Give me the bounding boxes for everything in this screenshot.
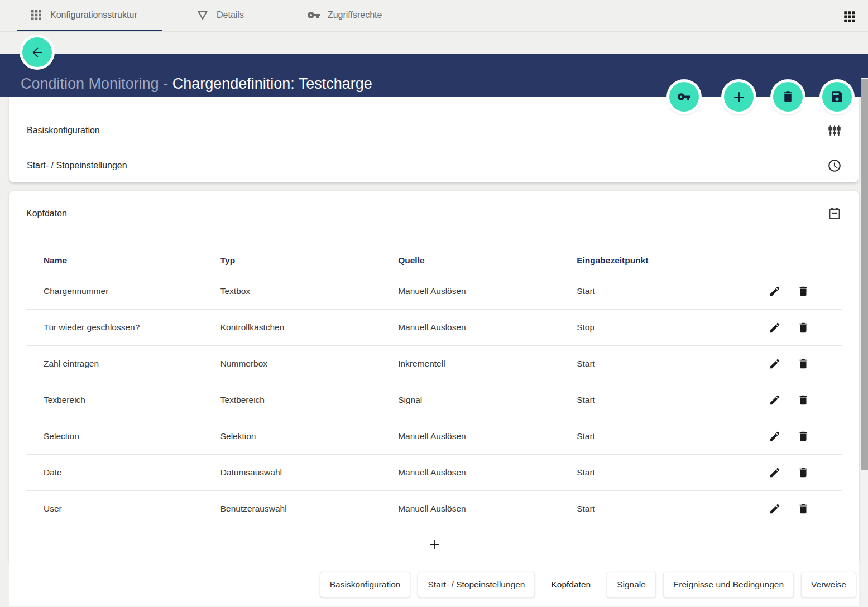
cell-eingabezeitpunkt: Start bbox=[577, 273, 744, 310]
tab-details[interactable]: Details bbox=[183, 0, 261, 31]
section-basiskonfiguration[interactable]: Basiskonfiguration bbox=[9, 113, 859, 148]
cell-quelle: Manuell Auslösen bbox=[398, 310, 577, 346]
delete-row-button[interactable] bbox=[797, 285, 809, 297]
cell-quelle: Manuell Auslösen bbox=[398, 418, 577, 455]
edit-row-button[interactable] bbox=[769, 503, 781, 515]
cell-typ: Datumsauswahl bbox=[220, 455, 398, 491]
trash-icon bbox=[797, 503, 809, 515]
arrow-left-icon bbox=[30, 45, 45, 60]
cell-name: Zahl eintragen bbox=[26, 346, 220, 382]
cell-quelle: Inkrementell bbox=[398, 346, 577, 382]
delete-row-button[interactable] bbox=[797, 466, 809, 479]
cell-name: Date bbox=[26, 455, 220, 491]
edit-row-button[interactable] bbox=[769, 466, 781, 479]
tab-label: Zugriffsrechte bbox=[328, 10, 382, 20]
column-header-actions bbox=[744, 250, 842, 273]
page-header: Condition Monitoring - Chargendefinition… bbox=[0, 54, 868, 97]
pencil-icon bbox=[769, 430, 781, 442]
cell-name: Chargennummer bbox=[26, 273, 220, 310]
delete-row-button[interactable] bbox=[797, 503, 809, 515]
tab-konfigurationsstruktur[interactable]: Konfigurationsstruktur bbox=[17, 0, 162, 31]
page-title-main: Chargendefinition: Testcharge bbox=[172, 75, 372, 92]
column-header-eingabezeitpunkt: Eingabezeitpunkt bbox=[577, 250, 744, 273]
footer-item-signale[interactable]: Signale bbox=[607, 572, 656, 598]
footer-item-kopfdaten-current[interactable]: Kopfdaten bbox=[542, 572, 600, 597]
delete-row-button[interactable] bbox=[797, 430, 809, 442]
footer-item-ereignisse-und-bedingungen[interactable]: Ereignisse und Bedingungen bbox=[663, 572, 794, 598]
table-row[interactable]: Selection Selektion Manuell Auslösen Sta… bbox=[26, 418, 842, 455]
trash-icon bbox=[797, 394, 809, 406]
tune-icon bbox=[827, 123, 842, 138]
tab-zugriffsrechte[interactable]: Zugriffsrechte bbox=[294, 0, 399, 31]
footer-item-start-stopeinstellungen[interactable]: Start- / Stopeinstellungen bbox=[418, 572, 535, 598]
cell-name: Tür wieder geschlossen? bbox=[26, 310, 220, 346]
column-header-typ: Typ bbox=[220, 250, 398, 273]
page-title-prefix: Condition Monitoring - bbox=[21, 75, 172, 92]
edit-row-button[interactable] bbox=[769, 430, 781, 442]
cell-name: Texbereich bbox=[26, 382, 220, 418]
pencil-icon bbox=[769, 285, 781, 297]
cell-eingabezeitpunkt: Start bbox=[577, 382, 744, 418]
plus-icon bbox=[428, 538, 442, 551]
delete-row-button[interactable] bbox=[797, 321, 809, 334]
section-start-stopeinstellungen[interactable]: Start- / Stopeinstellungen bbox=[9, 148, 859, 182]
table-row[interactable]: Texbereich Textbereich Signal Start bbox=[26, 382, 842, 418]
edit-row-button[interactable] bbox=[769, 285, 781, 297]
trash-icon bbox=[797, 430, 809, 442]
scrollbar-thumb[interactable] bbox=[861, 79, 868, 470]
edit-row-button[interactable] bbox=[769, 358, 781, 370]
cell-eingabezeitpunkt: Start bbox=[577, 418, 744, 455]
cell-eingabezeitpunkt: Start bbox=[577, 346, 744, 382]
delete-row-button[interactable] bbox=[797, 394, 809, 406]
edit-row-button[interactable] bbox=[769, 394, 781, 406]
table-row[interactable]: Date Datumsauswahl Manuell Auslösen Star… bbox=[26, 455, 842, 491]
trash-icon bbox=[797, 321, 809, 334]
clock-icon bbox=[827, 158, 842, 173]
cell-typ: Nummerbox bbox=[220, 346, 398, 382]
pencil-icon bbox=[769, 394, 781, 406]
add-row[interactable] bbox=[26, 527, 842, 561]
table-row[interactable]: User Benutzerauswahl Manuell Auslösen St… bbox=[26, 491, 842, 527]
tab-label: Details bbox=[217, 10, 244, 20]
delete-row-button[interactable] bbox=[797, 358, 809, 370]
kopfdaten-title: Kopfdaten bbox=[26, 209, 67, 219]
key-icon bbox=[307, 8, 320, 22]
cell-eingabezeitpunkt: Start bbox=[577, 455, 744, 491]
funnel-icon bbox=[196, 8, 209, 22]
footer-item-verweise[interactable]: Verweise bbox=[801, 572, 856, 598]
save-button[interactable] bbox=[822, 82, 852, 112]
bottom-nav-bar: Basiskonfiguration Start- / Stopeinstell… bbox=[9, 562, 859, 606]
pencil-icon bbox=[769, 321, 781, 334]
pencil-icon bbox=[769, 358, 781, 370]
page-title: Condition Monitoring - Chargendefinition… bbox=[21, 75, 372, 93]
cell-quelle: Signal bbox=[398, 382, 577, 418]
pencil-icon bbox=[769, 503, 781, 515]
cell-typ: Textbereich bbox=[220, 382, 398, 418]
header-action-buttons bbox=[669, 82, 852, 112]
permissions-button[interactable] bbox=[669, 82, 699, 112]
cell-typ: Selektion bbox=[220, 418, 398, 455]
table-header-row: Name Typ Quelle Eingabezeitpunkt bbox=[26, 250, 842, 273]
table-row[interactable]: Chargennummer Textbox Manuell Auslösen S… bbox=[26, 273, 842, 310]
add-button[interactable] bbox=[724, 82, 754, 112]
table-row[interactable]: Tür wieder geschlossen? Kontrollkästchen… bbox=[26, 310, 842, 346]
cell-name: Selection bbox=[26, 418, 220, 455]
back-button[interactable] bbox=[22, 37, 52, 67]
table-row[interactable]: Zahl eintragen Nummerbox Inkrementell St… bbox=[26, 346, 842, 382]
calendar-icon[interactable] bbox=[827, 206, 842, 221]
cell-quelle: Manuell Auslösen bbox=[398, 273, 577, 310]
save-icon bbox=[830, 90, 844, 104]
cell-quelle: Manuell Auslösen bbox=[398, 491, 577, 527]
vertical-scrollbar[interactable] bbox=[861, 78, 868, 607]
add-row-button[interactable] bbox=[428, 538, 440, 550]
footer-item-basiskonfiguration[interactable]: Basiskonfiguration bbox=[320, 572, 411, 598]
delete-button[interactable] bbox=[773, 82, 803, 112]
grid-icon bbox=[30, 8, 43, 22]
kopfdaten-card: Kopfdaten Name Typ Quelle Eingabezeitpun… bbox=[9, 191, 859, 562]
apps-grid-icon[interactable] bbox=[842, 9, 857, 24]
edit-row-button[interactable] bbox=[769, 321, 781, 334]
kopfdaten-table: Name Typ Quelle Eingabezeitpunkt Chargen… bbox=[26, 250, 842, 561]
pencil-icon bbox=[769, 466, 781, 479]
cell-quelle: Manuell Auslösen bbox=[398, 455, 577, 491]
plus-icon bbox=[731, 89, 747, 105]
